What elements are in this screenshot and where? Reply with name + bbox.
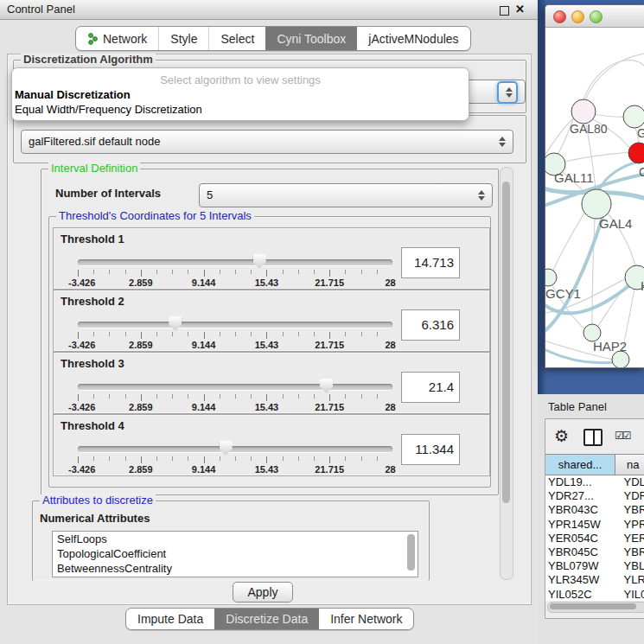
table-rows: YDL19...YDL1 YDR27...YDR2 YBR043CYBR0 YP…	[545, 475, 644, 601]
node-label: H	[641, 278, 644, 293]
node-gal-partial[interactable]	[623, 105, 644, 128]
threshold-3-box: Threshold 3 -3.426 2.859 9.144 15.43 21.…	[53, 352, 490, 414]
list-scrollbar-thumb[interactable]	[407, 534, 415, 571]
node-selected-red[interactable]	[628, 143, 644, 163]
network-icon	[87, 33, 99, 45]
control-panel-title: Control Panel	[7, 3, 75, 16]
network-view-window[interactable]: GAL80 GA C GAL11 GAL4 GCY1 H HAP2	[545, 4, 644, 368]
tab-cyni-toolbox[interactable]: Cyni Toolbox	[265, 27, 357, 50]
table-row[interactable]: YBL079WYBL0	[545, 559, 644, 573]
node-label: C	[639, 165, 644, 179]
screen: Control Panel ✕ Network Style Select Cyn…	[0, 0, 644, 644]
node-gcy1[interactable]	[545, 269, 557, 286]
interval-definition-group-title: Interval Definition	[48, 163, 140, 175]
spinner-arrows-icon	[478, 189, 486, 201]
table-row[interactable]: YBR045CYBR0	[545, 545, 644, 559]
slider-track[interactable]	[78, 446, 392, 452]
discretization-algorithm-group-title: Discretization Algorithm	[21, 54, 156, 66]
gear-icon[interactable]: ⚙	[554, 426, 569, 446]
threshold-3-label: Threshold 3	[61, 357, 124, 370]
threshold-2-label: Threshold 2	[61, 295, 124, 308]
table-row[interactable]: YBR043CYBR0	[545, 503, 644, 517]
table-row[interactable]: YLR345WYLR3	[545, 573, 644, 587]
panel-scrollbar-thumb[interactable]	[502, 182, 510, 503]
threshold-2-value-field[interactable]: 6.316	[401, 309, 460, 341]
columns-icon[interactable]	[583, 429, 603, 446]
threshold-4-value-field[interactable]: 11.344	[401, 434, 460, 465]
dropdown-option-equal-width-frequency[interactable]: Equal Width/Frequency Discretization	[15, 103, 202, 116]
tab-infer-network[interactable]: Infer Network	[319, 609, 413, 629]
slider-thumb[interactable]	[320, 379, 333, 393]
spinner-arrows-icon	[506, 86, 513, 99]
threshold-1-box: Threshold 1 -3.426 2.859 9.144 15.43 21.…	[53, 227, 490, 290]
node-gal80[interactable]	[571, 99, 596, 124]
threshold-1-value-field[interactable]: 14.713	[401, 247, 460, 278]
tab-select[interactable]: Select	[208, 27, 265, 50]
list-item[interactable]: SelfLoops	[53, 532, 418, 546]
threshold-4-slider[interactable]: -3.426 2.859 9.144 15.43 21.715 28	[78, 439, 392, 474]
slider-thumb[interactable]	[220, 441, 233, 456]
table-row[interactable]: YPR145WYPR1	[545, 518, 644, 532]
dropdown-placeholder: Select algorithm to view settings	[12, 73, 469, 86]
close-icon[interactable]: ✕	[515, 3, 525, 16]
list-item[interactable]: BetweennessCentrality	[53, 561, 418, 576]
slider-track[interactable]	[78, 384, 392, 390]
attributes-group-title: Attributes to discretize	[40, 494, 156, 507]
zoom-traffic-light-icon[interactable]	[590, 10, 603, 23]
node-label: HAP2	[593, 339, 627, 354]
number-of-intervals-label: Number of Intervals	[55, 187, 161, 200]
threshold-3-slider[interactable]: -3.426 2.859 9.144 15.43 21.715 28	[78, 377, 392, 411]
horizontal-scrollbar[interactable]	[547, 602, 644, 613]
tab-style[interactable]: Style	[158, 27, 208, 50]
checkboxes-icon[interactable]: ☑☑	[615, 430, 630, 442]
threshold-3-value-field[interactable]: 21.4	[401, 372, 460, 403]
close-traffic-light-icon[interactable]	[553, 10, 566, 23]
tab-jactivemnodules[interactable]: jActiveMNodules	[357, 27, 469, 50]
float-window-icon[interactable]	[500, 6, 509, 16]
threshold-1-slider[interactable]: -3.426 2.859 9.144 15.43 21.715 28	[78, 252, 392, 287]
bottom-tab-bar: Impute Data Discretize Data Infer Networ…	[125, 608, 414, 630]
network-nodes[interactable]	[545, 99, 644, 367]
network-graph-canvas[interactable]: GAL80 GA C GAL11 GAL4 GCY1 H HAP2	[545, 28, 644, 367]
table-panel: Table Panel ⚙ ☑☑ shared... na YDL19...YD…	[538, 394, 644, 644]
slider-track[interactable]	[78, 259, 392, 265]
threshold-2-slider[interactable]: -3.426 2.859 9.144 15.43 21.715 28	[78, 315, 392, 349]
spinner-arrows-icon	[499, 136, 507, 148]
table-row[interactable]: YDR27...YDR2	[545, 489, 644, 503]
slider-scale: -3.426 2.859 9.144 15.43 21.715 28	[78, 402, 392, 412]
numerical-attributes-list[interactable]: SelfLoops TopologicalCoefficient Between…	[52, 531, 418, 577]
attributes-group: Attributes to discretize Numerical Attri…	[32, 501, 430, 581]
node-gal4[interactable]	[582, 189, 611, 219]
table-row[interactable]: YER054CYER0	[545, 532, 644, 545]
number-of-intervals-combobox[interactable]: 5	[199, 183, 493, 207]
column-header-name[interactable]: na	[615, 454, 644, 475]
table-row[interactable]: YIL052CYIL0	[545, 588, 644, 602]
horizontal-scrollbar-thumb[interactable]	[550, 603, 636, 609]
table-header-row: shared... na	[545, 454, 644, 475]
apply-button[interactable]: Apply	[233, 582, 293, 603]
cyni-toolbox-panel: Discretization Algorithm Select algorith…	[7, 54, 532, 605]
thresholds-group-title: Threshold's Coordinates for 5 Intervals	[56, 210, 254, 222]
column-header-shared[interactable]: shared...	[545, 454, 615, 475]
panel-scrollbar[interactable]	[500, 167, 513, 580]
slider-thumb[interactable]	[253, 254, 266, 269]
minimize-traffic-light-icon[interactable]	[571, 10, 584, 23]
node-label: GAL80	[570, 122, 608, 136]
node-label: GCY1	[545, 286, 581, 301]
tab-network[interactable]: Network	[76, 27, 158, 50]
table-data-combobox[interactable]: galFiltered.sif default node	[21, 130, 513, 154]
network-window-titlebar[interactable]	[545, 5, 644, 28]
table-row[interactable]: YDL19...YDL1	[545, 475, 644, 489]
algorithm-combobox-spinner[interactable]	[497, 81, 518, 104]
tab-discretize-data[interactable]: Discretize Data	[214, 609, 319, 629]
numerical-attributes-label: Numerical Attributes	[40, 512, 150, 525]
tab-impute-data[interactable]: Impute Data	[126, 609, 214, 629]
table-data-group: Table Data galFiltered.sif default node	[13, 115, 526, 163]
node-label: GAL4	[599, 216, 632, 231]
slider-thumb[interactable]	[169, 316, 182, 331]
dropdown-option-manual-discretization[interactable]: Manual Discretization	[15, 88, 131, 101]
slider-track[interactable]	[78, 322, 392, 328]
threshold-4-box: Threshold 4 -3.426 2.859 9.144 15.43 21.…	[53, 414, 490, 476]
list-item[interactable]: TopologicalCoefficient	[53, 546, 418, 561]
threshold-4-label: Threshold 4	[61, 419, 124, 432]
